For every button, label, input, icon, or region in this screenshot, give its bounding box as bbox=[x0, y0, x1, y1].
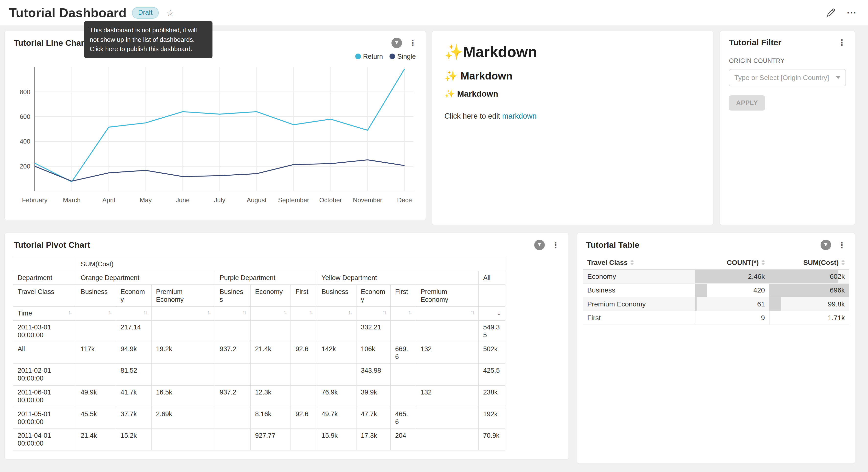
pivot-sort-cell: ↑↓ bbox=[356, 306, 391, 320]
ellipsis-icon[interactable]: ··· bbox=[847, 8, 857, 18]
sort-icon bbox=[630, 260, 634, 265]
pivot-cell: 92.6 bbox=[291, 407, 317, 429]
filter-indicator-icon[interactable] bbox=[534, 240, 545, 250]
svg-text:800: 800 bbox=[20, 88, 30, 95]
filter-indicator-icon[interactable] bbox=[820, 240, 831, 250]
sort-icon[interactable]: ↑↓ bbox=[143, 309, 147, 316]
pivot-cell: 217.14 bbox=[116, 320, 151, 342]
sort-icon[interactable]: ↑↓ bbox=[207, 309, 211, 316]
pivot-cell: 19.2k bbox=[151, 342, 215, 364]
pivot-cell bbox=[291, 320, 317, 342]
data-table: Travel Class COUNT(*) SUM(Cost) bbox=[583, 256, 849, 325]
pivot-cell bbox=[416, 364, 478, 385]
pivot-cell: 37.7k bbox=[116, 407, 151, 429]
pivot-cell: 132 bbox=[416, 342, 478, 364]
kebab-menu-icon[interactable]: ⋮ bbox=[550, 240, 561, 250]
pivot-cell: 15.9k bbox=[317, 429, 356, 450]
sum-cost-cell: 99.8k bbox=[769, 297, 849, 311]
pivot-class-header: Economy bbox=[116, 285, 151, 306]
pivot-cell: 132 bbox=[416, 385, 478, 407]
pencil-icon[interactable] bbox=[826, 8, 836, 18]
pivot-measure-row: SUM(Cost) bbox=[13, 257, 505, 271]
legend-item[interactable]: Single bbox=[390, 51, 416, 61]
pivot-cell: 49.9k bbox=[76, 385, 116, 407]
pivot-table: SUM(Cost)DepartmentOrange DepartmentPurp… bbox=[5, 250, 568, 450]
pivot-cell bbox=[391, 320, 416, 342]
pivot-sort-cell: ↑↓ bbox=[416, 306, 478, 320]
kebab-menu-icon[interactable]: ⋮ bbox=[408, 38, 418, 48]
markdown-heading-2: ✨ Markdown bbox=[444, 70, 701, 82]
pivot-measure-header: SUM(Cost) bbox=[76, 257, 505, 271]
sort-icon[interactable]: ↑↓ bbox=[68, 309, 71, 316]
pivot-cell: 106k bbox=[356, 342, 391, 364]
table-header-row: Travel Class COUNT(*) SUM(Cost) bbox=[583, 256, 849, 270]
column-header-sum-cost[interactable]: SUM(Cost) bbox=[769, 256, 849, 270]
pivot-cell: 117k bbox=[76, 342, 116, 364]
filter-indicator-icon[interactable] bbox=[392, 38, 402, 48]
count-cell: 2.46k bbox=[695, 269, 769, 283]
pivot-row: 2011-05-01 00:00:0045.5k37.7k2.69k8.16k9… bbox=[13, 407, 505, 429]
pivot-cell: 49.7k bbox=[317, 407, 356, 429]
sort-icon[interactable]: ↑↓ bbox=[382, 309, 386, 316]
svg-text:July: July bbox=[214, 196, 225, 204]
count-cell: 61 bbox=[695, 297, 769, 311]
draft-badge[interactable]: Draft bbox=[132, 7, 158, 19]
kebab-menu-icon[interactable]: ⋮ bbox=[836, 38, 847, 48]
travel-class-cell: First bbox=[583, 311, 695, 325]
pivot-cell bbox=[291, 364, 317, 385]
pivot-cell bbox=[250, 320, 291, 342]
line-chart-canvas: 200400600800FebruaryMarchAprilMayJuneJul… bbox=[9, 63, 413, 208]
star-icon[interactable]: ☆ bbox=[166, 7, 174, 18]
column-header-travel-class[interactable]: Travel Class bbox=[583, 256, 695, 270]
table-panel: Tutorial Table ⋮ Travel Class bbox=[577, 233, 855, 464]
pivot-cell: 549.35 bbox=[478, 320, 505, 342]
travel-class-cell: Business bbox=[583, 284, 695, 297]
sort-icon[interactable]: ↑↓ bbox=[309, 309, 312, 316]
pivot-cell: 92.6 bbox=[291, 342, 317, 364]
pivot-cell bbox=[391, 385, 416, 407]
svg-text:March: March bbox=[63, 196, 81, 204]
sort-icon[interactable]: ↑↓ bbox=[283, 309, 286, 316]
pivot-cell bbox=[215, 407, 250, 429]
sort-icon[interactable]: ↑↓ bbox=[242, 309, 246, 316]
pivot-cell: 669.6 bbox=[391, 342, 416, 364]
pivot-chart-panel: Tutorial Pivot Chart ⋮ SUM(Cost)Departme… bbox=[4, 233, 569, 460]
kebab-menu-icon[interactable]: ⋮ bbox=[836, 240, 847, 250]
dashboard-grid: Tutorial Line Chart ⋮ ReturnSingle 20040… bbox=[0, 25, 868, 472]
pivot-row-header: 2011-06-01 00:00:00 bbox=[13, 385, 76, 407]
origin-country-select[interactable]: Type or Select [Origin Country] bbox=[729, 69, 846, 87]
sort-icon[interactable]: ↑↓ bbox=[408, 309, 411, 316]
sort-icon[interactable]: ↑↓ bbox=[108, 309, 111, 316]
pivot-cell: 76.9k bbox=[317, 385, 356, 407]
markdown-panel: ✨Markdown ✨ Markdown ✨ Markdown Click he… bbox=[432, 31, 713, 226]
sort-icon[interactable]: ↑↓ bbox=[470, 309, 474, 316]
pivot-cell: 45.5k bbox=[76, 407, 116, 429]
pivot-sort-cell: ↑↓ bbox=[116, 306, 151, 320]
pivot-sort-row: Time↑↓↑↓↑↓↑↓↑↓↑↓↑↓↑↓↑↓↑↓↑↓↓ bbox=[13, 306, 505, 320]
sort-icon[interactable]: ↑↓ bbox=[348, 309, 351, 316]
pivot-cell: 425.5 bbox=[478, 364, 505, 385]
edit-markdown-link[interactable]: markdown bbox=[502, 112, 537, 120]
markdown-footer-text: Click here to edit bbox=[444, 112, 502, 120]
count-cell: 420 bbox=[695, 284, 769, 297]
table-row: Premium Economy6199.8k bbox=[583, 297, 849, 311]
column-header-count[interactable]: COUNT(*) bbox=[695, 256, 769, 270]
filter-panel: Tutorial Filter ⋮ ORIGIN COUNTRY Type or… bbox=[720, 31, 855, 226]
pivot-cell bbox=[317, 320, 356, 342]
header-actions: ··· bbox=[826, 8, 857, 18]
panel-title: Tutorial Table bbox=[586, 240, 640, 250]
pivot-cell: 937.2 bbox=[215, 385, 250, 407]
svg-text:May: May bbox=[140, 196, 152, 204]
legend-item[interactable]: Return bbox=[355, 51, 383, 61]
panel-header: Tutorial Pivot Chart ⋮ bbox=[5, 233, 568, 250]
page-title: Tutorial Dashboard bbox=[9, 5, 127, 20]
pivot-cell: 81.52 bbox=[116, 364, 151, 385]
pivot-cell bbox=[151, 320, 215, 342]
pivot-class-header: First bbox=[391, 285, 416, 306]
apply-button[interactable]: APPLY bbox=[729, 95, 765, 111]
sort-icon[interactable]: ↓ bbox=[497, 309, 500, 317]
pivot-cell bbox=[215, 364, 250, 385]
bar-indicator bbox=[769, 311, 770, 324]
pivot-col-dimension: Department bbox=[13, 271, 76, 285]
pivot-cell bbox=[317, 364, 356, 385]
